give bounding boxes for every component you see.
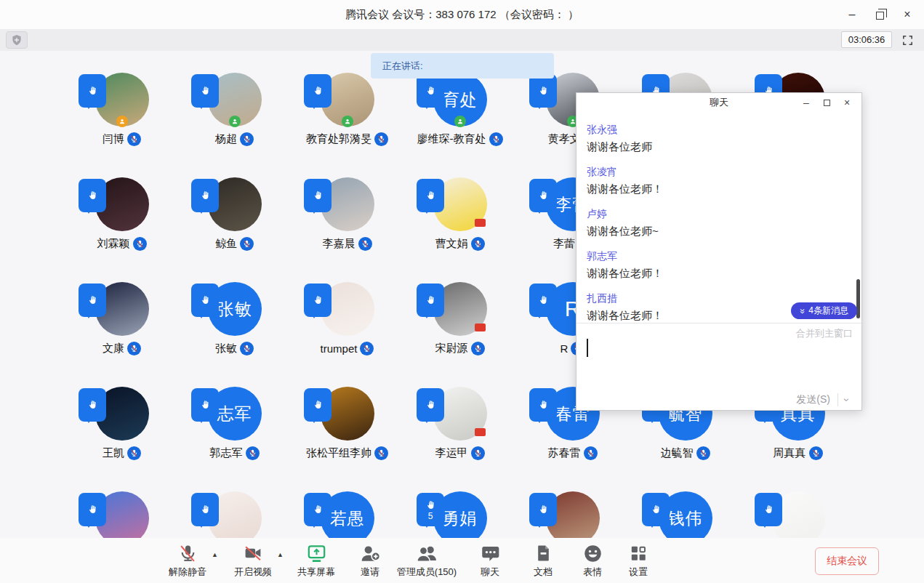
chat-window: 聊天 – × 张永强 谢谢各位老师 张凌宵 谢谢各位老师！ 卢婷 谢谢各位老师~… (576, 92, 862, 411)
flag-badge (475, 323, 486, 331)
participant-tile[interactable]: 李嘉晨 (291, 174, 403, 279)
participant-name-row: 宋尉源 (435, 342, 485, 355)
participant-tile[interactable]: 志军 郭志军 (178, 384, 291, 488)
hand-raised-badge (417, 74, 444, 108)
participant-tile[interactable]: 闫博 (65, 70, 178, 174)
participant-name: 张敏 (215, 342, 237, 355)
presence-badge (229, 220, 241, 232)
toolbar-settings-button[interactable]: 设置 (587, 542, 689, 579)
end-meeting-button[interactable]: 结束会议 (815, 547, 879, 575)
hand-raised-badge (417, 284, 444, 317)
send-button[interactable]: 发送(S) (796, 393, 837, 406)
hand-raised-badge (79, 74, 106, 108)
hand-raised-badge (304, 388, 332, 422)
participant-tile[interactable]: 宋尉源 (403, 279, 516, 384)
presence-badge (342, 325, 353, 337)
participant-name-row: 刘霖颖 (97, 237, 147, 251)
participant-tile[interactable]: 教育处郭漪旻 (291, 70, 403, 174)
participant-tile[interactable]: 张敏 张敏 (178, 279, 291, 384)
participant-name-row: 苏春雷 (548, 446, 598, 460)
new-messages-label: 4条新消息 (808, 305, 848, 317)
hand-raised-count: 5 (428, 512, 433, 520)
close-icon[interactable]: × (896, 4, 918, 25)
mic-muted-badge (374, 446, 388, 460)
participant-tile[interactable]: 杨超 (178, 70, 291, 174)
hand-raised-badge (304, 179, 332, 212)
mic-muted-badge (133, 237, 147, 251)
participant-tile[interactable]: 张松平组李帅 (291, 384, 403, 488)
participant-name-row: 廖维琛-教育处 (417, 132, 503, 146)
participant-tile[interactable]: 刘霖颖 (65, 174, 178, 279)
presence-badge (454, 430, 466, 441)
hand-raised-badge: 5 (417, 493, 444, 526)
participant-name: 刘霖颖 (97, 237, 130, 251)
presence-badge (229, 116, 241, 127)
participant-name-row: 郭志军 (210, 446, 260, 460)
participant-name: 宋尉源 (435, 342, 468, 355)
participant-name-row: 周真真 (774, 446, 823, 460)
new-messages-pill[interactable]: » 4条新消息 (791, 302, 857, 319)
hand-raised-badge (304, 284, 332, 317)
participant-name: 张松平组李帅 (306, 446, 371, 460)
chat-title: 聊天 (710, 96, 728, 109)
chat-titlebar[interactable]: 聊天 – × (577, 93, 861, 112)
hand-raised-badge (79, 388, 106, 422)
mic-muted-badge (127, 342, 141, 355)
fullscreen-icon[interactable] (899, 32, 915, 48)
participant-name-row: 张敏 (215, 342, 254, 355)
chat-close-icon[interactable]: × (837, 94, 857, 111)
hand-raised-badge (529, 74, 557, 108)
hand-raised-badge (79, 284, 106, 317)
participant-name-row: 文康 (103, 342, 141, 355)
participant-tile[interactable]: 文康 (65, 279, 178, 384)
chat-message: 张永强 谢谢各位老师 (587, 121, 851, 156)
hand-raised-badge (304, 493, 332, 526)
chat-message: 郭志军 谢谢各位老师！ (587, 247, 851, 282)
chat-message-text: 谢谢各位老师！ (587, 265, 851, 282)
minimize-icon[interactable]: – (841, 4, 863, 25)
mic-muted-badge (471, 342, 485, 355)
participant-name: 李蕾 (553, 237, 575, 251)
restore-icon[interactable] (869, 4, 891, 25)
hand-raised-badge (304, 74, 332, 108)
participant-tile[interactable]: trumpet (291, 279, 403, 384)
mic-muted-badge (696, 446, 710, 460)
chat-sender-name: 张永强 (587, 121, 851, 138)
participant-name-row: 王凯 (103, 446, 141, 460)
presence-badge (342, 220, 353, 232)
presence-badge (454, 116, 466, 127)
send-options-chevron-icon[interactable]: › (838, 394, 856, 406)
chat-minimize-icon[interactable]: – (796, 94, 816, 111)
hand-raised-badge (191, 388, 219, 422)
participant-tile[interactable]: 王凯 (65, 384, 178, 488)
participant-tile[interactable]: 育处 廖维琛-教育处 (403, 70, 516, 174)
participant-name: 李运甲 (435, 446, 468, 460)
presence-badge (342, 430, 353, 441)
presence-badge (680, 430, 691, 441)
chat-maximize-icon[interactable] (816, 94, 837, 111)
participant-name-row: 闫博 (103, 132, 141, 146)
merge-to-main-link[interactable]: 合并到主窗口 (796, 327, 853, 340)
participant-name: 教育处郭漪旻 (306, 132, 371, 146)
participant-tile[interactable]: 鲸鱼 (178, 174, 291, 279)
mic-muted-badge (584, 446, 598, 460)
mic-muted-badge (246, 446, 260, 460)
participant-name: 文康 (103, 342, 124, 355)
chat-sender-name: 卢婷 (587, 205, 851, 222)
participant-name: R (561, 342, 569, 355)
participant-tile[interactable]: 曹文娟 (403, 174, 516, 279)
mic-muted-badge (127, 446, 141, 460)
chat-input-area[interactable]: 合并到主窗口 发送(S) › (577, 323, 861, 411)
presence-badge (342, 116, 353, 127)
participant-tile[interactable]: 李运甲 (403, 384, 516, 488)
hand-raised-badge (191, 74, 219, 108)
hand-raised-badge (417, 388, 444, 422)
hand-raised-badge (529, 493, 557, 526)
mic-muted-badge (471, 237, 485, 251)
chat-scrollbar[interactable] (856, 279, 860, 318)
presence-badge (454, 325, 466, 337)
security-shield-icon[interactable] (6, 31, 28, 49)
chat-message-list[interactable]: 张永强 谢谢各位老师 张凌宵 谢谢各位老师！ 卢婷 谢谢各位老师~ 郭志军 谢谢… (577, 112, 861, 323)
hand-raised-badge (191, 493, 219, 526)
mic-muted-badge (240, 342, 254, 355)
